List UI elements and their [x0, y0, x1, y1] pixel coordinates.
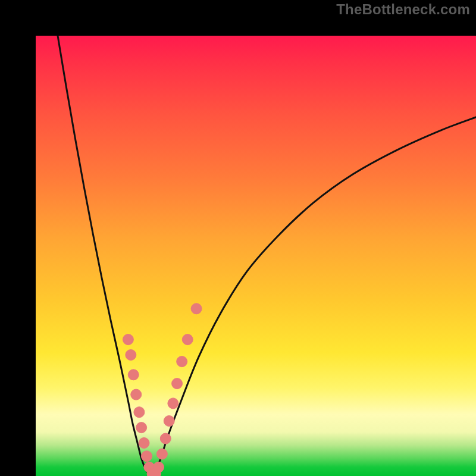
curve-marker [136, 422, 147, 433]
curve-marker [123, 334, 133, 345]
curve-marker [131, 389, 142, 400]
curve-marker [177, 356, 187, 367]
curve-marker [168, 398, 178, 409]
curve-right-branch [150, 117, 476, 476]
curve-marker [134, 407, 145, 418]
curve-marker [126, 350, 136, 361]
curve-marker [128, 369, 139, 380]
curve-marker [191, 303, 202, 314]
watermark-text: TheBottleneck.com [336, 1, 470, 18]
curve-marker [141, 451, 152, 462]
curve-markers [123, 303, 202, 476]
chart-frame [0, 0, 476, 476]
curve-marker [160, 433, 171, 444]
plot-area [36, 36, 476, 476]
curve-marker [156, 449, 167, 459]
curve-marker [164, 416, 174, 427]
curve-marker [172, 378, 183, 389]
curve-marker [139, 438, 149, 449]
curve-marker [153, 462, 164, 472]
curve-marker [182, 334, 193, 345]
chart-svg [36, 36, 476, 476]
